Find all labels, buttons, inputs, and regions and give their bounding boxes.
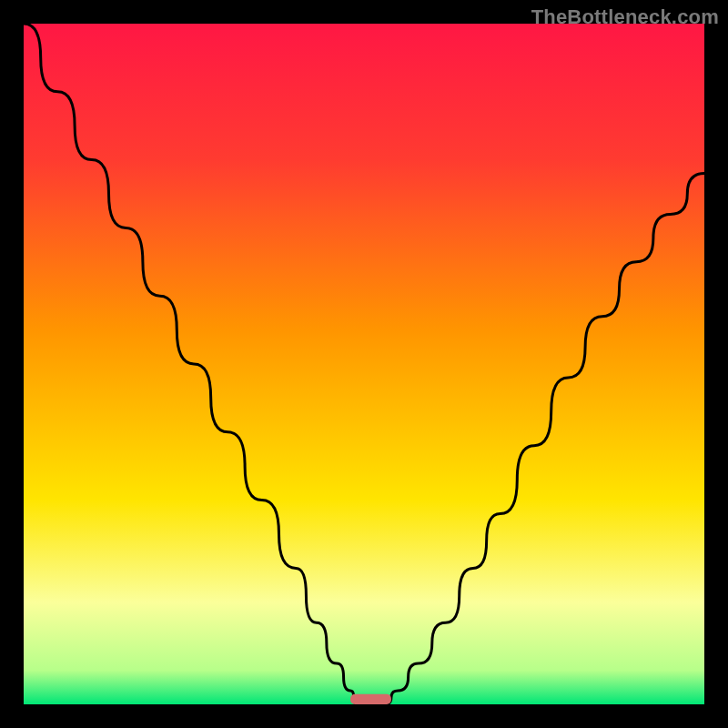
optimal-marker bbox=[350, 694, 391, 704]
plot-canvas bbox=[24, 24, 704, 704]
heat-gradient bbox=[24, 24, 704, 704]
plot-frame bbox=[24, 24, 704, 704]
watermark-text: TheBottleneck.com bbox=[531, 5, 719, 29]
